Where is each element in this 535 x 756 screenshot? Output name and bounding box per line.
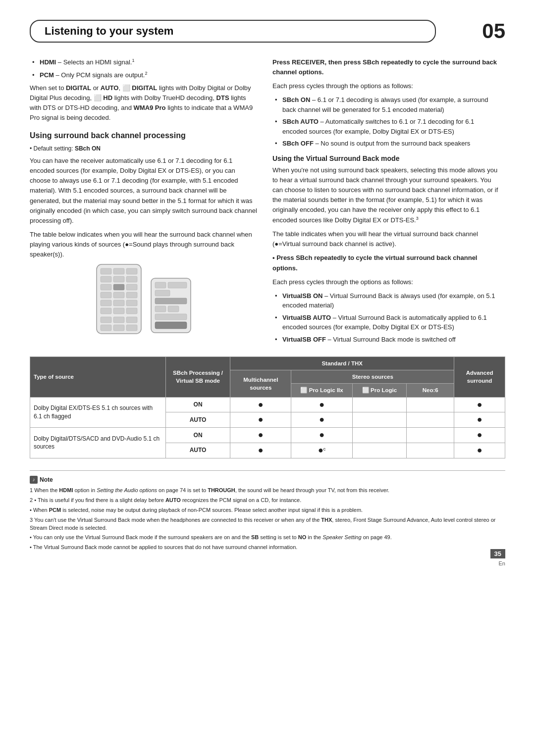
cell-multichannel-4: ● <box>230 443 291 458</box>
page-locale: En <box>499 560 505 566</box>
svg-rect-8 <box>113 284 124 290</box>
vsb-auto-item: VirtualSB AUTO – Virtual Surround Back i… <box>272 313 500 332</box>
surround-para-1: You can have the receiver automatically … <box>30 156 258 226</box>
th-advanced-surround: Advanced surround <box>454 357 505 397</box>
source-label-1: Dolby Digital EX/DTS-ES 5.1 ch sources w… <box>30 397 166 428</box>
remote-svg <box>92 263 196 335</box>
svg-rect-27 <box>168 282 187 288</box>
cell-prologic-IIx-2: ● <box>291 412 352 428</box>
note-3: 3 You can't use the Virtual Surround Bac… <box>30 516 505 532</box>
note-icon: ♪ <box>30 476 38 484</box>
svg-rect-10 <box>101 292 111 298</box>
svg-rect-13 <box>101 300 111 306</box>
hdmi-text: – Selects an HDMI signal.1 <box>58 58 135 66</box>
table-section: Type of source SBch Processing / Virtual… <box>30 356 505 458</box>
mode-on-1: ON <box>166 397 230 412</box>
svg-rect-16 <box>101 308 111 314</box>
cell-advanced-3: ● <box>454 428 505 443</box>
svg-rect-3 <box>126 268 137 274</box>
svg-rect-21 <box>126 317 137 323</box>
table-header-row-1: Type of source SBch Processing / Virtual… <box>30 357 505 370</box>
svg-rect-2 <box>113 268 124 274</box>
cell-prologic-2 <box>352 412 407 428</box>
svg-rect-1 <box>101 268 111 274</box>
svg-rect-4 <box>101 276 111 282</box>
surround-para-2: The table below indicates when you will … <box>30 230 258 259</box>
th-sbch-processing: SBch Processing / Virtual SB mode <box>166 357 230 397</box>
pcm-bullet-item: PCM – Only PCM signals are output.2 <box>30 70 258 80</box>
cell-advanced-4: ● <box>454 443 505 458</box>
cell-neo6-3 <box>407 428 454 443</box>
table-row: Dolby Digital/DTS/SACD and DVD-Audio 5.1… <box>30 428 505 443</box>
mode-auto-1: AUTO <box>166 412 230 428</box>
cell-advanced-1: ● <box>454 397 505 412</box>
note-label: Note <box>40 476 53 483</box>
svg-rect-24 <box>126 325 137 331</box>
mode-on-2: ON <box>166 428 230 443</box>
virtual-para-1: When you're not using surround back spea… <box>272 165 500 225</box>
cell-prologic-IIx-1: ● <box>291 397 352 412</box>
press-instruction: Press RECEIVER, then press SBch repeated… <box>272 57 500 77</box>
page-container: Listening to your system 05 HDMI – Selec… <box>0 0 535 573</box>
note-1: 1 When the HDMI option in Setting the Au… <box>30 487 505 495</box>
cell-prologic-1 <box>352 397 407 412</box>
svg-rect-31 <box>168 306 179 312</box>
press-intro: Each press cycles through the options as… <box>272 81 500 91</box>
sbch-auto-item: SBch AUTO – Automatically switches to 6.… <box>272 117 500 136</box>
svg-rect-22 <box>101 325 111 331</box>
sbch-off-item: SBch OFF – No sound is output from the s… <box>272 139 500 149</box>
th-pro-logic: ⬜ Pro Logic <box>352 384 407 397</box>
svg-rect-5 <box>113 276 124 282</box>
svg-rect-0 <box>97 264 141 334</box>
svg-rect-18 <box>126 308 137 314</box>
cell-prologic-IIx-4: ●c <box>291 443 352 458</box>
content-area: HDMI – Selects an HDMI signal.1 PCM – On… <box>30 57 505 347</box>
surround-table: Type of source SBch Processing / Virtual… <box>30 356 505 458</box>
left-column: HDMI – Selects an HDMI signal.1 PCM – On… <box>30 57 258 347</box>
note-3b: • You can only use the Virtual Surround … <box>30 534 505 542</box>
surround-section-heading: Using surround back channel processing <box>30 131 258 141</box>
note-2b: • When PCM is selected, noise may be out… <box>30 506 505 514</box>
th-type-of-source: Type of source <box>30 357 166 397</box>
default-setting: • Default setting: SBch ON <box>30 145 258 152</box>
digital-paragraph: When set to DIGITAL or AUTO, ⬜ DIGITAL l… <box>30 83 258 123</box>
press-intro-2: Each press cycles through the options as… <box>272 277 500 287</box>
hdmi-label: HDMI <box>40 58 56 66</box>
cell-prologic-IIx-3: ● <box>291 428 352 443</box>
table-row: Dolby Digital EX/DTS-ES 5.1 ch sources w… <box>30 397 505 412</box>
th-pro-logic-IIx: ⬜ Pro Logic IIx <box>291 384 352 397</box>
cell-multichannel-3: ● <box>230 428 291 443</box>
vsb-on-item: VirtualSB ON – Virtual Surround Back is … <box>272 291 500 310</box>
cell-prologic-4 <box>352 443 407 458</box>
hdmi-bullet-item: HDMI – Selects an HDMI signal.1 <box>30 57 258 67</box>
virtual-para-2: The table indicates when you will hear t… <box>272 229 500 249</box>
note-2: 2 • This is useful if you find there is … <box>30 497 505 504</box>
svg-rect-17 <box>113 308 124 314</box>
page-number: 35 <box>490 549 505 558</box>
virtual-surround-heading: Using the Virtual Surround Back mode <box>272 154 500 162</box>
cell-multichannel-2: ● <box>230 412 291 428</box>
svg-rect-33 <box>155 322 187 329</box>
svg-rect-9 <box>126 284 137 290</box>
sbch-on-item: SBch ON – 6.1 or 7.1 decoding is always … <box>272 95 500 114</box>
remote-image-area <box>30 263 258 335</box>
svg-rect-7 <box>101 284 111 290</box>
svg-rect-14 <box>113 300 124 306</box>
mode-auto-2: AUTO <box>166 443 230 458</box>
source-label-2: Dolby Digital/DTS/SACD and DVD-Audio 5.1… <box>30 428 166 458</box>
vsb-off-item: VirtualSB OFF – Virtual Surround Back mo… <box>272 335 500 345</box>
svg-rect-15 <box>126 300 137 306</box>
th-multichannel: Multichannel sources <box>230 370 291 397</box>
th-standard-thx: Standard / THX <box>230 357 454 370</box>
svg-rect-19 <box>101 317 111 323</box>
cell-advanced-2: ● <box>454 412 505 428</box>
th-neo6: Neo:6 <box>407 384 454 397</box>
svg-rect-29 <box>155 298 187 304</box>
notes-title: ♪ Note <box>30 476 505 484</box>
pcm-text: – Only PCM signals are output.2 <box>56 71 148 79</box>
svg-rect-26 <box>155 282 166 288</box>
svg-rect-30 <box>155 306 166 312</box>
svg-rect-23 <box>113 325 124 331</box>
svg-rect-6 <box>126 276 137 282</box>
cell-multichannel-1: ● <box>230 397 291 412</box>
